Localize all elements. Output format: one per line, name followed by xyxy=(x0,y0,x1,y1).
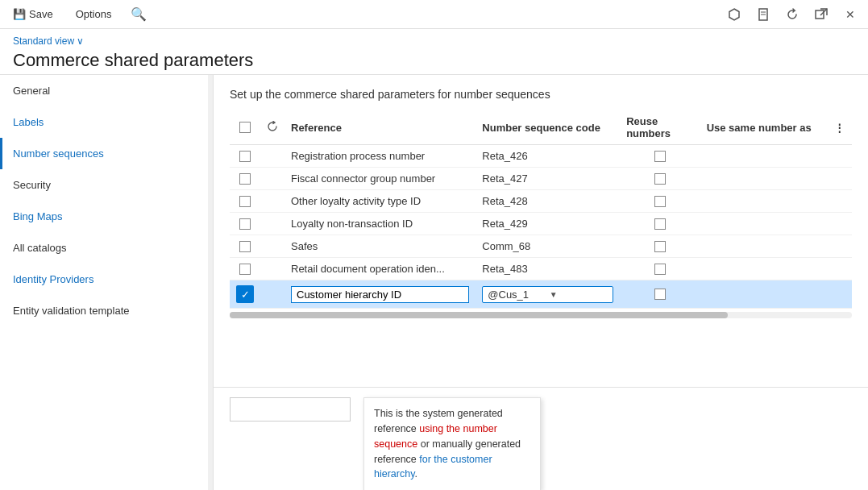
numseq-value: @Cus_1 xyxy=(488,289,546,301)
save-button[interactable]: 💾 Save xyxy=(6,5,60,23)
table-row[interactable]: Other loyalty activity type ID Reta_428 xyxy=(230,190,852,213)
row-reuse-cell[interactable] xyxy=(620,145,700,168)
select-all-checkbox[interactable] xyxy=(239,122,251,133)
table-row[interactable]: Retail document operation iden... Reta_4… xyxy=(230,258,852,280)
sidebar-item-identity-providers[interactable]: Identity Providers xyxy=(0,264,213,295)
close-icon: ✕ xyxy=(845,8,855,21)
row-select-cell[interactable] xyxy=(230,190,260,213)
row-same-cell xyxy=(700,258,828,280)
row-refresh-cell xyxy=(260,168,284,190)
row-select-cell[interactable] xyxy=(230,235,260,258)
th-refresh[interactable] xyxy=(260,110,284,145)
th-reuse: Reuse numbers xyxy=(620,110,700,145)
row-numseq-cell: Reta_426 xyxy=(476,145,620,168)
content-header: Set up the commerce shared parameters fo… xyxy=(214,75,868,110)
row-select-cell[interactable] xyxy=(230,168,260,190)
refresh-icon-button[interactable] xyxy=(781,3,804,26)
scrollbar-thumb[interactable] xyxy=(230,312,728,318)
row-same-cell xyxy=(700,190,828,213)
sidebar-item-label: Entity validation template xyxy=(13,305,130,317)
row-reuse-cell[interactable] xyxy=(620,213,700,235)
table-row[interactable]: Safes Comm_68 xyxy=(230,235,852,258)
reuse-checkbox[interactable] xyxy=(654,241,666,252)
sidebar-item-all-catalogs[interactable]: All catalogs xyxy=(0,232,213,264)
standard-view-button[interactable]: Standard view ∨ xyxy=(13,35,855,47)
save-label: Save xyxy=(29,8,53,20)
row-reference-cell: Loyalty non-transaction ID xyxy=(284,213,476,235)
row-reference-cell: Retail document operation iden... xyxy=(284,258,476,280)
row-checkbox[interactable] xyxy=(239,151,251,162)
row-select-cell[interactable] xyxy=(230,213,260,235)
sidebar-item-label: Labels xyxy=(13,116,44,128)
tooltip-text-period: . xyxy=(414,468,417,480)
table-row[interactable]: Fiscal connector group number Reta_427 xyxy=(230,168,852,190)
options-button[interactable]: Options xyxy=(69,5,118,23)
reuse-checkbox[interactable] xyxy=(654,173,666,185)
sidebar: General Labels Number sequences Security… xyxy=(0,75,214,490)
search-icon: 🔍 xyxy=(131,6,147,22)
row-reuse-cell[interactable] xyxy=(620,235,700,258)
row-checkbox[interactable] xyxy=(239,264,251,275)
reuse-checkbox[interactable] xyxy=(654,196,666,207)
book-icon xyxy=(757,8,770,21)
page-title: Commerce shared parameters xyxy=(13,50,855,71)
popout-icon-button[interactable] xyxy=(810,3,833,26)
row-select-cell[interactable]: ✓ xyxy=(230,280,260,309)
row-menu-cell xyxy=(828,280,852,309)
th-select[interactable] xyxy=(230,110,260,145)
row-numseq-cell: Reta_428 xyxy=(476,190,620,213)
reuse-checkbox[interactable] xyxy=(654,264,666,275)
row-reuse-cell[interactable] xyxy=(620,258,700,280)
row-reference-cell xyxy=(284,280,476,309)
search-input-bottom[interactable] xyxy=(230,397,351,421)
sidebar-item-number-sequences[interactable]: Number sequences xyxy=(0,138,213,169)
row-select-cell[interactable] xyxy=(230,145,260,168)
popout-icon xyxy=(815,8,828,21)
horizontal-scrollbar[interactable] xyxy=(230,312,852,318)
sidebar-item-bing-maps[interactable]: Bing Maps xyxy=(0,201,213,232)
reuse-checkbox[interactable] xyxy=(654,151,666,162)
reference-input[interactable] xyxy=(291,286,469,303)
sidebar-item-general[interactable]: General xyxy=(0,75,213,106)
row-numseq-cell: Reta_427 xyxy=(476,168,620,190)
row-checkbox[interactable] xyxy=(239,173,251,185)
table-row-selected[interactable]: ✓ @Cus_1 ▼ xyxy=(230,280,852,309)
row-checkbox[interactable] xyxy=(239,196,251,207)
number-sequences-table: Reference Number sequence code Reuse num… xyxy=(230,110,852,309)
row-menu-cell xyxy=(828,168,852,190)
reuse-checkbox[interactable] xyxy=(654,289,666,300)
row-same-cell xyxy=(700,168,828,190)
row-same-cell xyxy=(700,213,828,235)
book-icon-button[interactable] xyxy=(752,3,775,26)
sidebar-scrollbar[interactable] xyxy=(208,75,213,490)
table-row[interactable]: Registration process number Reta_426 xyxy=(230,145,852,168)
row-numseq-cell: Reta_483 xyxy=(476,258,620,280)
th-menu[interactable]: ⋮ xyxy=(828,110,852,145)
hexagon-icon xyxy=(728,8,741,21)
th-numseq: Number sequence code xyxy=(476,110,620,145)
numseq-dropdown[interactable]: @Cus_1 ▼ xyxy=(482,286,613,303)
dropdown-arrow-icon: ▼ xyxy=(550,290,608,299)
sidebar-item-security[interactable]: Security xyxy=(0,169,213,201)
row-select-cell[interactable] xyxy=(230,258,260,280)
row-checked-icon[interactable]: ✓ xyxy=(236,285,254,303)
row-checkbox[interactable] xyxy=(239,218,251,230)
table-area[interactable]: Reference Number sequence code Reuse num… xyxy=(214,110,868,387)
chevron-down-icon: ∨ xyxy=(77,35,84,47)
close-icon-button[interactable]: ✕ xyxy=(839,3,862,26)
row-reuse-cell[interactable] xyxy=(620,168,700,190)
row-reuse-cell[interactable] xyxy=(620,190,700,213)
api-icon-button[interactable] xyxy=(723,3,745,26)
reuse-checkbox[interactable] xyxy=(654,218,666,230)
tooltip-box: This is the system generated reference u… xyxy=(363,397,541,490)
search-button[interactable]: 🔍 xyxy=(127,3,150,26)
options-label: Options xyxy=(76,8,112,20)
sidebar-item-labels[interactable]: Labels xyxy=(0,106,213,138)
row-reuse-cell[interactable] xyxy=(620,280,700,309)
row-numseq-cell[interactable]: @Cus_1 ▼ xyxy=(476,280,620,309)
row-checkbox[interactable] xyxy=(239,241,251,252)
sidebar-item-entity-validation[interactable]: Entity validation template xyxy=(0,295,213,326)
row-refresh-cell xyxy=(260,190,284,213)
table-row[interactable]: Loyalty non-transaction ID Reta_429 xyxy=(230,213,852,235)
sidebar-item-label: Number sequences xyxy=(13,147,104,160)
